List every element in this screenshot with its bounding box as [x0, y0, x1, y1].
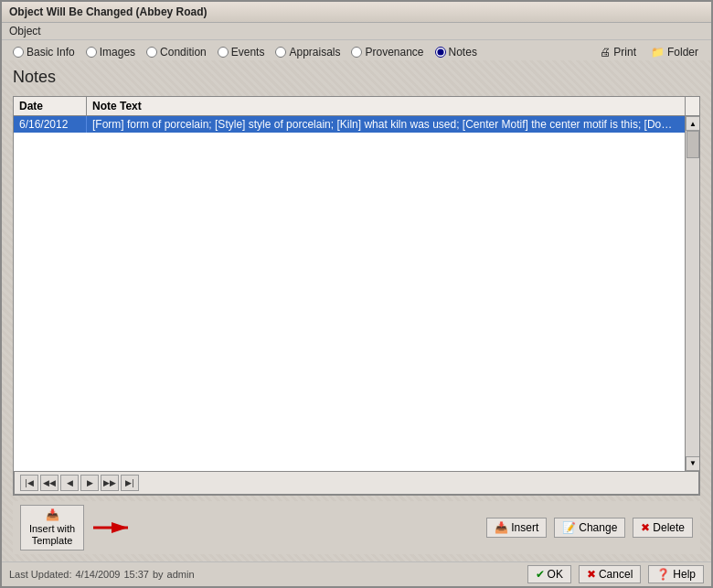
folder-icon: 📁	[651, 46, 665, 59]
help-button[interactable]: ❓ Help	[648, 565, 704, 583]
table-body-wrapper: 6/16/2012 [Form] form of porcelain; [Sty…	[14, 116, 699, 471]
insert-label: Insert	[511, 521, 538, 534]
status-bar: Last Updated: 4/14/2009 15:37 by admin ✔…	[2, 561, 711, 586]
table-row[interactable]: 6/16/2012 [Form] form of porcelain; [Sty…	[14, 116, 685, 133]
nav-prev-button[interactable]: ◀	[60, 475, 79, 491]
tab-events[interactable]: Events	[214, 44, 269, 60]
cancel-label: Cancel	[599, 568, 633, 581]
folder-button[interactable]: 📁 Folder	[645, 44, 704, 60]
delete-icon: ✖	[641, 521, 650, 534]
dialog-buttons-group: ✔ OK ✖ Cancel ❓ Help	[527, 565, 704, 583]
window-title: Object Will Be Changed (Abbey Road)	[9, 5, 208, 18]
table-header: Date Note Text	[14, 97, 699, 116]
tab-images-label: Images	[100, 46, 135, 59]
print-icon: 🖨	[600, 46, 611, 59]
vertical-scrollbar[interactable]: ▲ ▼	[685, 116, 699, 471]
change-label: Change	[579, 521, 617, 534]
cancel-button[interactable]: ✖ Cancel	[579, 565, 641, 583]
insert-button[interactable]: 📥 Insert	[486, 518, 547, 538]
nav-last-button[interactable]: ▶|	[121, 475, 139, 491]
tab-images-radio[interactable]	[86, 47, 97, 58]
table-body[interactable]: 6/16/2012 [Form] form of porcelain; [Sty…	[14, 116, 685, 471]
main-content: Notes Date Note Text 6/16/2012 [Form] fo…	[2, 60, 711, 561]
title-bar: Object Will Be Changed (Abbey Road)	[2, 2, 711, 23]
action-buttons-group: 📥 Insert 📝 Change ✖ Delete	[486, 518, 693, 538]
cell-note: [Form] form of porcelain; [Style] style …	[87, 116, 685, 133]
print-label: Print	[613, 46, 636, 59]
scroll-thumb[interactable]	[686, 131, 699, 158]
tab-images[interactable]: Images	[82, 44, 139, 60]
delete-label: Delete	[653, 521, 685, 534]
main-window: Object Will Be Changed (Abbey Road) Obje…	[0, 0, 713, 588]
section-title: Notes	[13, 68, 700, 87]
tab-basic-info[interactable]: Basic Info	[9, 44, 79, 60]
tab-notes-label: Notes	[449, 46, 477, 59]
object-menu[interactable]: Object	[9, 25, 41, 37]
ok-button[interactable]: ✔ OK	[527, 565, 571, 583]
status-time: 15:37	[123, 569, 149, 580]
tab-notes-radio[interactable]	[435, 47, 446, 58]
tab-provenance-radio[interactable]	[351, 47, 362, 58]
tab-events-radio[interactable]	[218, 47, 229, 58]
menu-bar: Object	[2, 23, 711, 40]
delete-button[interactable]: ✖ Delete	[633, 518, 693, 538]
help-icon: ❓	[656, 568, 670, 581]
insert-icon: 📥	[495, 521, 508, 534]
print-button[interactable]: 🖨 Print	[594, 44, 642, 60]
tab-appraisals[interactable]: Appraisals	[271, 44, 344, 60]
scroll-track[interactable]	[686, 131, 699, 456]
tab-provenance[interactable]: Provenance	[347, 44, 427, 60]
ok-icon: ✔	[536, 568, 545, 581]
nav-prev-prev-button[interactable]: ◀◀	[40, 475, 59, 491]
status-user: admin	[167, 569, 195, 580]
tab-appraisals-radio[interactable]	[275, 47, 286, 58]
notes-table-container: Date Note Text 6/16/2012 [Form] form of …	[13, 96, 700, 496]
scroll-down-button[interactable]: ▼	[686, 456, 699, 471]
insert-template-button[interactable]: 📥 Insert withTemplate	[20, 505, 84, 551]
change-icon: 📝	[562, 521, 576, 534]
cell-date: 6/16/2012	[14, 116, 87, 133]
nav-first-button[interactable]: |◀	[20, 475, 38, 491]
tab-notes[interactable]: Notes	[431, 44, 481, 60]
col-header-date: Date	[14, 97, 87, 115]
folder-label: Folder	[667, 46, 698, 59]
tab-condition-label: Condition	[160, 46, 207, 59]
ok-label: OK	[548, 568, 563, 581]
arrow-indicator	[91, 519, 137, 537]
change-button[interactable]: 📝 Change	[554, 518, 625, 538]
nav-next-next-button[interactable]: ▶▶	[101, 475, 119, 491]
arrow-icon	[91, 519, 137, 537]
tab-basic-info-radio[interactable]	[13, 47, 24, 58]
scroll-up-button[interactable]: ▲	[686, 116, 699, 131]
status-by-label: by	[153, 569, 164, 580]
tab-condition-radio[interactable]	[146, 47, 157, 58]
tab-bar: Basic Info Images Condition Events Appra…	[2, 40, 711, 60]
tab-basic-info-label: Basic Info	[27, 46, 75, 59]
bottom-action-bar: 📥 Insert withTemplate 📥 Insert	[13, 501, 700, 554]
tab-events-label: Events	[231, 46, 265, 59]
insert-template-icon: 📥	[46, 508, 59, 521]
help-label: Help	[673, 568, 696, 581]
tab-provenance-label: Provenance	[365, 46, 423, 59]
last-updated-label: Last Updated:	[9, 569, 72, 580]
tab-condition[interactable]: Condition	[143, 44, 210, 60]
nav-next-button[interactable]: ▶	[80, 475, 99, 491]
status-date: 4/14/2009	[76, 569, 121, 580]
tab-appraisals-label: Appraisals	[289, 46, 340, 59]
navigation-bar: |◀ ◀◀ ◀ ▶ ▶▶ ▶|	[14, 471, 699, 495]
insert-template-label: Insert withTemplate	[29, 523, 75, 547]
col-header-note: Note Text	[87, 97, 685, 115]
cancel-icon: ✖	[587, 568, 596, 581]
